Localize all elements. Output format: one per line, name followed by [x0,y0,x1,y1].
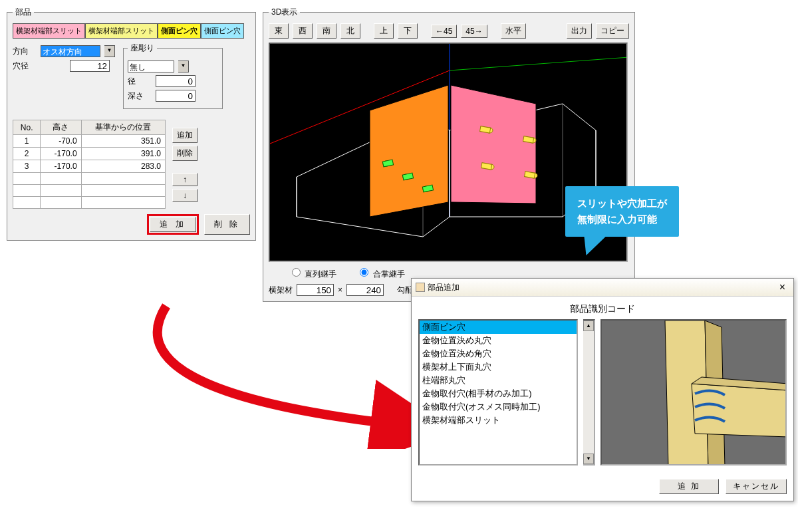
list-item[interactable]: 横架材上下面丸穴 [420,360,577,374]
zaguri-depth-label: 深さ [128,90,152,102]
table-row[interactable]: 3-170.0283.0 [13,160,166,173]
parts-tabs: 横架材端部スリット 横架材端部スリット 側面ピン穴 側面ピン穴 [13,23,250,39]
part-preview-viewport [600,319,787,466]
hole-diameter-label: 穴径 [13,61,37,72]
view-top-button[interactable]: 上 [374,23,394,39]
table-row[interactable] [13,185,166,197]
table-row[interactable] [13,197,166,209]
listbox-scrollbar[interactable]: ▲ ▼ [583,319,595,466]
height-input[interactable] [346,284,384,296]
3d-legend: 3D表示 [269,7,300,18]
table-row[interactable]: 1-70.0351.0 [13,135,166,148]
3d-display-panel: 3D表示 東 西 南 北 上 下 ←45 45→ 水平 出力 コピー [263,7,635,302]
window-icon [416,283,425,292]
list-item[interactable]: 金物取付穴(相手材のみ加工) [420,387,577,400]
radio-gassho[interactable]: 合掌継手 [356,266,404,280]
zaguri-diameter-input[interactable] [156,75,196,87]
radio-chokuretsu[interactable]: 直列継手 [289,266,336,280]
col-no: No. [13,120,41,135]
list-item[interactable]: 柱端部丸穴 [420,374,577,387]
copy-button[interactable]: コピー [596,23,629,39]
row-delete-button[interactable]: 削除 [172,146,198,161]
list-item[interactable]: 横架材端部スリット [420,414,577,427]
flow-arrow-icon [126,303,412,449]
zaguri-diameter-label: 径 [128,76,152,87]
parts-panel: 部品 横架材端部スリット 横架材端部スリット 側面ピン穴 側面ピン穴 方向 オス… [7,7,256,241]
level-button[interactable]: 水平 [501,23,526,39]
tab-slit-1[interactable]: 横架材端部スリット [13,23,85,39]
dialog-heading: 部品識別コード [418,303,787,315]
tab-pinhole-2[interactable]: 側面ピン穴 [201,23,244,39]
rotate-right-button[interactable]: 45→ [461,25,487,38]
row-add-button[interactable]: 追加 [172,128,198,143]
list-item[interactable]: 側面ピン穴 [420,321,577,334]
zaguri-group: 座彫り 無し ▼ 径 深さ [123,43,223,109]
view-south-button[interactable]: 南 [317,23,336,39]
dialog-add-button[interactable]: 追 加 [659,479,719,494]
view-east-button[interactable]: 東 [269,23,289,39]
scroll-up-icon[interactable]: ▲ [583,321,594,331]
zaguri-type-select[interactable]: 無し [128,61,174,72]
row-up-button[interactable]: ↑ [172,173,198,186]
hole-diameter-input[interactable] [70,60,110,72]
dialog-title: 部品追加 [428,282,460,293]
callout-bubble: スリットや穴加工が 無制限に入力可能 [565,186,679,237]
add-button[interactable]: 追 加 [150,217,196,232]
rotate-left-button[interactable]: ←45 [431,25,457,38]
list-item[interactable]: 金物取付穴(オスメス同時加工) [420,400,577,414]
table-row[interactable] [13,173,166,185]
svg-line-2 [450,57,628,70]
chevron-down-icon[interactable]: ▼ [104,45,115,57]
chevron-down-icon[interactable]: ▼ [178,61,189,72]
row-down-button[interactable]: ↓ [172,189,198,202]
view-north-button[interactable]: 北 [340,23,360,39]
direction-label: 方向 [13,46,37,57]
export-button[interactable]: 出力 [567,23,592,39]
dims-label: 横架材 [269,285,293,296]
table-row[interactable]: 2-170.0391.0 [13,148,166,160]
direction-select[interactable]: オス材方向 [41,45,100,57]
col-height: 高さ [41,120,81,135]
add-button-highlight: 追 加 [147,214,198,235]
view-bottom-button[interactable]: 下 [398,23,418,39]
times-symbol: × [338,285,342,295]
list-item[interactable]: 金物位置決め角穴 [420,347,577,360]
list-item[interactable]: 金物位置決め丸穴 [420,334,577,347]
delete-button[interactable]: 削 除 [204,214,250,235]
scroll-down-icon[interactable]: ▼ [583,454,594,464]
zaguri-depth-input[interactable] [156,90,196,102]
add-part-dialog: 部品追加 × 部品識別コード 側面ピン穴金物位置決め丸穴金物位置決め角穴横架材上… [411,278,794,501]
tab-pinhole-active[interactable]: 側面ピン穴 [158,23,201,39]
part-code-listbox[interactable]: 側面ピン穴金物位置決め丸穴金物位置決め角穴横架材上下面丸穴柱端部丸穴金物取付穴(… [418,319,578,466]
tab-slit-2[interactable]: 横架材端部スリット [85,23,158,39]
holes-table[interactable]: No. 高さ 基準からの位置 1-70.0351.02-170.0391.03-… [13,120,166,209]
width-input[interactable] [297,284,334,296]
view-west-button[interactable]: 西 [293,23,313,39]
parts-legend: 部品 [13,7,34,18]
col-position: 基準からの位置 [81,120,165,135]
close-icon[interactable]: × [775,281,789,293]
dialog-cancel-button[interactable]: キャンセル [726,479,787,494]
zaguri-legend: 座彫り [128,43,157,54]
